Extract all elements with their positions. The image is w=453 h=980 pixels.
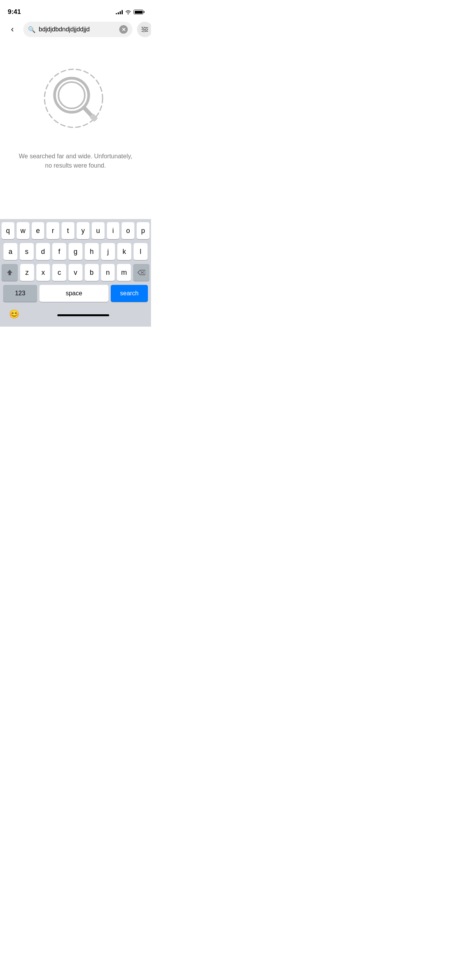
key-l[interactable]: l [134, 243, 148, 260]
shift-key[interactable] [2, 264, 18, 281]
emoji-key[interactable]: 😊 [6, 307, 22, 322]
wifi-icon [125, 10, 131, 14]
key-t[interactable]: t [62, 222, 74, 239]
filter-button[interactable] [137, 22, 151, 37]
key-p[interactable]: p [137, 222, 149, 239]
space-key[interactable]: space [39, 285, 108, 302]
key-n[interactable]: n [101, 264, 115, 281]
keyboard: q w e r t y u i o p a s d f g h j k l z … [0, 219, 151, 327]
keyboard-row-1: q w e r t y u i o p [2, 222, 149, 239]
number-switch-key[interactable]: 123 [3, 285, 37, 302]
search-input-wrapper[interactable]: 🔍 ✕ [23, 22, 132, 37]
key-s[interactable]: s [20, 243, 34, 260]
search-key[interactable]: search [111, 285, 148, 302]
keyboard-row-2: a s d f g h j k l [2, 243, 149, 260]
clear-icon: ✕ [122, 27, 126, 32]
key-x[interactable]: x [36, 264, 50, 281]
filter-icon [141, 27, 148, 32]
search-bar-container: ‹ 🔍 ✕ [0, 19, 151, 40]
back-arrow-icon: ‹ [11, 25, 14, 34]
status-icons [116, 10, 143, 14]
key-u[interactable]: u [92, 222, 105, 239]
key-i[interactable]: i [107, 222, 120, 239]
delete-key[interactable] [133, 264, 149, 281]
search-input[interactable] [39, 26, 116, 33]
key-o[interactable]: o [122, 222, 134, 239]
key-j[interactable]: j [101, 243, 115, 260]
no-results-illustration [37, 63, 114, 141]
key-a[interactable]: a [3, 243, 17, 260]
svg-point-5 [143, 31, 145, 33]
no-results-container: We searched far and wide. Unfortunately,… [0, 40, 151, 186]
key-f[interactable]: f [52, 243, 66, 260]
keyboard-emoji-row: 😊 [2, 304, 149, 325]
key-m[interactable]: m [117, 264, 131, 281]
key-k[interactable]: k [117, 243, 131, 260]
keyboard-row-3: z x c v b n m [2, 264, 149, 281]
key-q[interactable]: q [2, 222, 14, 239]
key-y[interactable]: y [77, 222, 89, 239]
no-results-message: We searched far and wide. Unfortunately,… [15, 152, 136, 170]
status-bar: 9:41 [0, 0, 151, 19]
back-button[interactable]: ‹ [6, 23, 19, 36]
key-b[interactable]: b [85, 264, 99, 281]
home-indicator [57, 314, 109, 316]
signal-icon [116, 10, 123, 14]
key-c[interactable]: c [52, 264, 66, 281]
key-w[interactable]: w [17, 222, 29, 239]
key-v[interactable]: v [69, 264, 82, 281]
search-magnifier-icon: 🔍 [28, 26, 36, 33]
keyboard-bottom-row: 123 space search [2, 285, 149, 302]
svg-point-8 [58, 82, 85, 108]
key-g[interactable]: g [69, 243, 82, 260]
key-r[interactable]: r [46, 222, 59, 239]
battery-icon [134, 10, 143, 14]
status-time: 9:41 [8, 8, 21, 16]
key-e[interactable]: e [32, 222, 45, 239]
svg-point-4 [146, 29, 148, 31]
key-h[interactable]: h [85, 243, 99, 260]
clear-button[interactable]: ✕ [119, 25, 128, 34]
svg-point-3 [142, 27, 144, 29]
key-z[interactable]: z [20, 264, 34, 281]
key-d[interactable]: d [36, 243, 50, 260]
